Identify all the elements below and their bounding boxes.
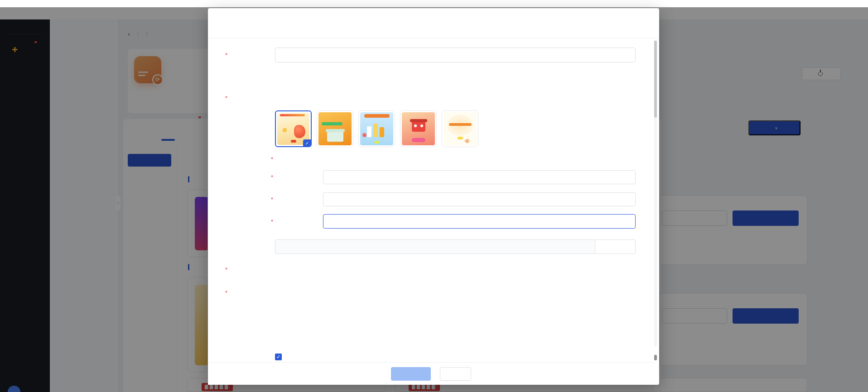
row-popup-type	[225, 72, 636, 83]
top-strip	[0, 0, 868, 7]
slogan-input[interactable]	[323, 192, 636, 206]
template-drinks[interactable]	[358, 110, 395, 147]
row-ad-name	[225, 48, 636, 62]
modal-scrollbar-nub	[654, 355, 657, 360]
row-button-text	[271, 214, 636, 229]
template-gift-box[interactable]	[400, 110, 437, 147]
row-no-more-popup: ✓	[225, 351, 636, 363]
template-year-end[interactable]	[442, 110, 478, 147]
row-ad-title	[271, 170, 636, 184]
row-audience	[225, 263, 636, 275]
save-button[interactable]	[391, 367, 431, 381]
modal-scrollbar-thumb[interactable]	[654, 41, 657, 118]
template-points-gift[interactable]	[317, 110, 353, 147]
button-text-input[interactable]	[323, 214, 636, 229]
row-display-time	[225, 287, 636, 298]
template-share-earn[interactable]: ✓	[275, 110, 312, 147]
gift-box-graphic	[412, 120, 425, 132]
checkbox-checked-icon[interactable]: ✓	[275, 354, 282, 360]
jump-link-input[interactable]	[275, 239, 595, 254]
template-list: ✓	[275, 110, 483, 147]
modal-header	[208, 8, 659, 38]
ad-name-input[interactable]	[275, 48, 636, 62]
row-popup-position	[225, 310, 636, 322]
set-link-button[interactable]	[595, 239, 636, 254]
hand-pointer-graphic	[464, 138, 470, 144]
create-popup-ad-modal: ✓	[208, 8, 659, 385]
row-popup-rule	[225, 330, 636, 341]
ad-title-input[interactable]	[323, 170, 636, 184]
row-jump-link	[225, 239, 636, 254]
modal-footer	[208, 362, 654, 385]
row-slogan	[271, 192, 636, 206]
row-ad-image	[225, 92, 636, 104]
row-background	[271, 153, 636, 165]
gift-box-graphic	[327, 132, 343, 142]
screen: ✚ ‹ ‹ | / ⟳	[0, 0, 868, 392]
cancel-button[interactable]	[440, 367, 471, 381]
check-icon: ✓	[303, 139, 311, 147]
